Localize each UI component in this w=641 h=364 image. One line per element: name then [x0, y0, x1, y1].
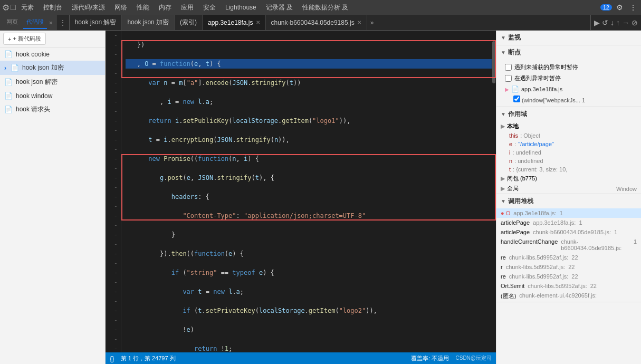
new-snippet-button[interactable]: + + 新代码段 — [3, 33, 46, 45]
breakpoints-header[interactable]: ▼ 断点 — [496, 45, 641, 60]
breakpoint-caught[interactable]: 在遇到异常时暂停 — [501, 73, 637, 84]
call-item-O[interactable]: ● O app.3e1e18fa.js: 1 — [496, 208, 641, 218]
file-icon-3: 📄 — [4, 92, 13, 100]
debugger-resume-icon[interactable]: ▶ — [594, 18, 600, 27]
sidebar-item-hook-cookie[interactable]: 📄 hook cookie — [0, 47, 105, 61]
breakpoint-file-entry[interactable]: ▶ 📄 app.3e1e18fa.js — [501, 84, 637, 94]
tab-hook-json-decode[interactable]: hook json 解密 — [70, 15, 122, 30]
menu-item-console[interactable]: 控制台 — [39, 2, 66, 13]
menu-item-recorder[interactable]: 记录器 及 — [262, 2, 297, 13]
call-item-anonymous[interactable]: (匿名) chunk-element-ui.4c92065f.js: — [496, 291, 641, 302]
call-item-re-2[interactable]: re chunk-libs.5d9952af.js: 22 — [496, 272, 641, 281]
code-line: var n = m["a"].encode(JSON.stringify(t)) — [126, 78, 492, 88]
breakpoint-caught-checkbox[interactable] — [505, 75, 512, 82]
status-braces-icon: {} — [110, 355, 114, 362]
breakpoint-item-checkbox[interactable] — [513, 95, 520, 102]
scope-t: t: {current: 3, size: 10, — [496, 165, 641, 174]
scope-closure-arrow: ▶ — [501, 175, 505, 182]
code-line: if (t.setPrivateKey(localStorage.getItem… — [126, 306, 492, 315]
call-item-handleCurrentChange[interactable]: handleCurrentChange chunk-b6600434.05de9… — [496, 237, 641, 253]
more-icon[interactable]: ⋮ — [627, 2, 639, 13]
tab-overflow-arrow[interactable]: » — [367, 19, 377, 26]
debugger-deactivate-icon[interactable]: → — [622, 18, 629, 27]
tab-hook-json-encode[interactable]: hook json 加密 — [122, 15, 175, 30]
watch-section: ▼ 监视 — [496, 31, 641, 45]
tab-chunk-js[interactable]: chunk-b6600434.05de9185.js ✕ — [266, 15, 367, 30]
code-scrollbar[interactable] — [492, 31, 496, 352]
debugger-step-over-icon[interactable]: ↺ — [602, 18, 608, 27]
debugger-stop-icon[interactable]: ⊘ — [632, 18, 638, 27]
call-stack-arrow: ▼ — [501, 198, 506, 204]
left-sidebar: + + 新代码段 📄 hook cookie › 📄 hook json 加密 … — [0, 31, 106, 364]
breakpoint-triangle: ▶ — [505, 87, 509, 92]
tab-index[interactable]: (索引) — [175, 15, 203, 30]
code-line: t = i.encryptLong(JSON.stringify(n)), — [126, 135, 492, 145]
menu-item-security[interactable]: 安全 — [199, 2, 220, 13]
breakpoints-content: 遇到未捕获的异常时暂停 在遇到异常时暂停 ▶ 📄 app.3e1e18fa.js… — [496, 60, 641, 107]
scope-i: i: undefined — [496, 148, 641, 157]
menu-item-lighthouse[interactable]: Lighthouse — [221, 3, 261, 12]
sidebar-item-hook-json-decode[interactable]: 📄 hook json 解密 — [0, 75, 105, 89]
plus-icon: + — [8, 36, 11, 42]
call-stack-content: ● O app.3e1e18fa.js: 1 articlePage app.3… — [496, 208, 641, 302]
scope-e: e: "/article/page" — [496, 140, 641, 148]
code-line: headers: { — [126, 192, 492, 202]
file-icon-2: 📄 — [4, 78, 13, 86]
menu-item-elements[interactable]: 元素 — [17, 2, 38, 13]
debugger-step-out-icon[interactable]: ↑ — [616, 18, 620, 27]
debugger-step-into-icon[interactable]: ↓ — [610, 18, 614, 27]
breakpoint-uncaught[interactable]: 遇到未捕获的异常时暂停 — [501, 62, 637, 73]
scope-local-arrow: ▶ — [501, 123, 505, 130]
call-item-r[interactable]: r chunk-libs.5d9952af.js: 22 — [496, 262, 641, 272]
menu-item-memory[interactable]: 内存 — [155, 2, 176, 13]
code-line: if ("string" == typeof e) { — [126, 268, 492, 277]
settings-icon[interactable]: ⚙ — [614, 2, 625, 13]
scope-n: n: undefined — [496, 157, 641, 165]
main-layout: + + 新代码段 📄 hook cookie › 📄 hook json 加密 … — [0, 31, 641, 364]
tab-app-js-close[interactable]: ✕ — [256, 20, 260, 25]
scope-local-header[interactable]: ▶ 本地 — [496, 121, 641, 131]
scope-this: this: Object — [496, 131, 641, 140]
call-item-re-1[interactable]: re chunk-libs.5d9952af.js: 22 — [496, 253, 641, 262]
scope-arrow: ▼ — [501, 111, 506, 117]
tab-app-js[interactable]: app.3e1e18fa.js ✕ — [203, 15, 265, 30]
scope-global-arrow: ▶ — [501, 185, 505, 192]
menu-item-application[interactable]: 应用 — [177, 2, 198, 13]
sidebar-item-hook-json-encode[interactable]: › 📄 hook json 加密 — [0, 61, 105, 75]
breakpoint-uncaught-checkbox[interactable] — [505, 64, 512, 71]
file-icon-bp: 📄 — [511, 85, 519, 93]
call-item-ort-emit[interactable]: Ort.$emit chunk-libs.5d9952af.js: 22 — [496, 281, 641, 291]
menu-item-performance[interactable]: 性能 — [132, 2, 154, 13]
call-stack-header[interactable]: ▼ 调用堆栈 — [496, 194, 641, 208]
watch-header[interactable]: ▼ 监视 — [496, 31, 641, 45]
sidebar-item-hook-window[interactable]: 📄 hook window — [0, 89, 105, 102]
code-line: "Content-Type": "application/json;charse… — [126, 211, 492, 221]
menu-item-network[interactable]: 网络 — [110, 2, 131, 13]
sidebar-item-hook-request-header[interactable]: 📄 hook 请求头 — [0, 102, 105, 117]
sidebar-webpage-tab[interactable]: 网页 — [3, 16, 21, 29]
status-watermark: CSDN@玩定司 — [456, 355, 492, 362]
devtools-icon: ⚙ — [2, 3, 9, 13]
file-icon-4: 📄 — [4, 106, 13, 113]
menu-item-perf-analysis[interactable]: 性能数据分析 及 — [298, 2, 352, 13]
code-scroll[interactable]: - - - - - - - - - - - - - - - - - — [106, 31, 496, 352]
code-line: !e) — [126, 325, 492, 334]
tab-chunk-js-close[interactable]: ✕ — [357, 20, 361, 25]
sidebar-snippets-tab[interactable]: 代码段 — [23, 16, 47, 29]
sidebar-toolbar: + + 新代码段 — [0, 31, 105, 47]
scope-content: ▶ 本地 this: Object e: "/article/page" i: … — [496, 121, 641, 194]
notifications-badge[interactable]: 12 — [600, 4, 612, 11]
call-item-articlePage-2[interactable]: articlePage chunk-b6600434.05de9185.js: … — [496, 227, 641, 237]
sidebar-menu-icon[interactable]: ⋮ — [60, 19, 66, 26]
scope-global-header[interactable]: ▶ 全局 Window — [496, 184, 641, 194]
sidebar-tab-arrow[interactable]: » — [49, 19, 53, 26]
scope-header[interactable]: ▼ 作用域 — [496, 107, 641, 121]
code-area: - - - - - - - - - - - - - - - - - — [106, 31, 496, 364]
status-bar: {} 第 1 行，第 24797 列 覆盖率: 不适用 CSDN@玩定司 — [106, 352, 496, 364]
call-item-articlePage-1[interactable]: articlePage app.3e1e18fa.js: 1 — [496, 218, 641, 227]
file-icon-active: 📄 — [11, 64, 19, 72]
scope-closure-header[interactable]: ▶ 闭包 (b775) — [496, 174, 641, 184]
right-panel: ▼ 监视 ▼ 断点 遇到未捕获的异常时暂停 在遇到异常时暂停 — [496, 31, 641, 364]
menu-item-sources[interactable]: 源代码/来源 — [68, 2, 109, 13]
code-line: }) — [126, 40, 492, 50]
